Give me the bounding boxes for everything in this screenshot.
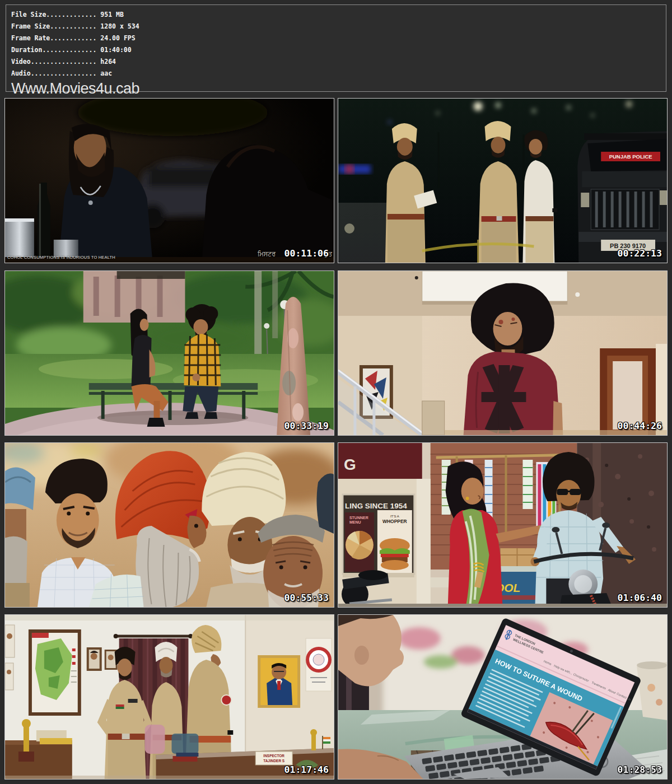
scene-interior-man [338, 271, 667, 435]
timestamp: 00:22:13 [618, 248, 662, 259]
screenshot-5: 00:55:33 [4, 442, 334, 608]
tshirt-graphic [482, 364, 526, 433]
scene-police-night: PUNJAB POLICE PB 230 9170 [338, 99, 667, 263]
scene-police-office: INSPECTOR TAJINDER S [5, 615, 334, 779]
scene-laptop: THE LONDON WELLNESS CENTRE Home Help we … [338, 615, 667, 779]
svg-text:IT'S A: IT'S A [390, 515, 399, 518]
gold-trophy [24, 727, 29, 752]
police-logo-poster [306, 638, 332, 691]
yellow-folder [40, 738, 72, 744]
file-info-panel: File Size.............951 MB Frame Size.… [6, 4, 666, 92]
svg-text:MENU: MENU [349, 520, 361, 524]
boots [147, 418, 165, 427]
screenshot-3: 00:33:19 [4, 270, 334, 436]
pergola [117, 271, 185, 279]
dark-turban-edge [316, 474, 334, 534]
svg-text:TAJINDER S: TAJINDER S [263, 759, 285, 763]
audio-codec-line: Audio.................aac [11, 68, 666, 80]
screenshot-7: INSPECTOR TAJINDER S 01:17:46 [4, 614, 334, 780]
wristwatch [227, 730, 233, 735]
screenshot-6: G LING SINCE 1954 STUNNER MENU IT'S A WH… [338, 442, 668, 608]
wristwatch [552, 208, 557, 212]
svg-text:WHOPPER: WHOPPER [382, 519, 407, 524]
nameplate: INSPECTOR TAJINDER S [255, 752, 292, 765]
screenshot-8: THE LONDON WELLNESS CENTRE Home Help we … [338, 614, 668, 780]
frame-rate-line: Frame Rate............24.00 FPS [11, 32, 666, 44]
scene-street-bike: G LING SINCE 1954 STUNNER MENU IT'S A WH… [338, 443, 667, 607]
timestamp: 00:55:33 [284, 592, 329, 603]
police-banner-text: PUNJAB POLICE [609, 153, 652, 160]
timestamp: 01:28:53 [618, 764, 662, 775]
screenshot-1: COHOL CONSUMPTIONS IS INJURIOUS TO HEALT… [4, 98, 334, 263]
timestamp: 00:44:26 [618, 421, 662, 431]
ambedkar-portrait [258, 655, 300, 708]
pink-chair [145, 725, 165, 754]
duration-line: Duration..............01:40:00 [11, 44, 666, 56]
video-codec-line: Video.................h264 [11, 56, 666, 68]
svg-text:INSPECTOR: INSPECTOR [263, 754, 284, 758]
timestamp: 01:17:46 [284, 764, 329, 775]
since-1954-sign: LING SINCE 1954 [345, 502, 407, 510]
site-watermark: Www.Movies4u.cab [11, 80, 666, 97]
frame-size-line: Frame Size............1280 x 534 [11, 21, 666, 32]
whopper-poster: IT'S A WHOPPER [377, 510, 412, 573]
svg-text:STUNNER: STUNNER [349, 516, 368, 520]
shop-letter: G [344, 456, 356, 473]
scene-crowd [5, 443, 334, 607]
desk-machine [171, 734, 198, 754]
wall-map [29, 629, 81, 716]
earring [466, 497, 469, 500]
file-size-line: File Size.............951 MB [11, 9, 666, 21]
man-on-bench [183, 304, 221, 419]
scene-night-drinks [5, 99, 334, 263]
police-suv: PUNJAB POLICE PB 230 9170 [577, 131, 667, 263]
sunglasses [557, 489, 568, 495]
timestamp: 00:11:06 [284, 248, 329, 259]
health-warning-text: COHOL CONSUMPTIONS IS INJURIOUS TO HEALT… [7, 255, 115, 260]
sleeve-badge [221, 695, 231, 705]
subtitle-fragment-left: ਮਿਸਟਰ [258, 250, 276, 258]
scene-park-bench [5, 271, 334, 435]
stunner-menu-poster: STUNNER MENU [345, 512, 374, 572]
hall-doorway [422, 401, 445, 435]
timestamp: 00:33:19 [284, 421, 329, 431]
screenshot-4: 00:44:26 [338, 270, 668, 436]
screenshot-2: PUNJAB POLICE PB 230 9170 [338, 98, 668, 263]
screenshot-sheet: File Size.............951 MB Frame Size.… [0, 0, 672, 784]
timestamp: 01:06:40 [618, 592, 662, 603]
